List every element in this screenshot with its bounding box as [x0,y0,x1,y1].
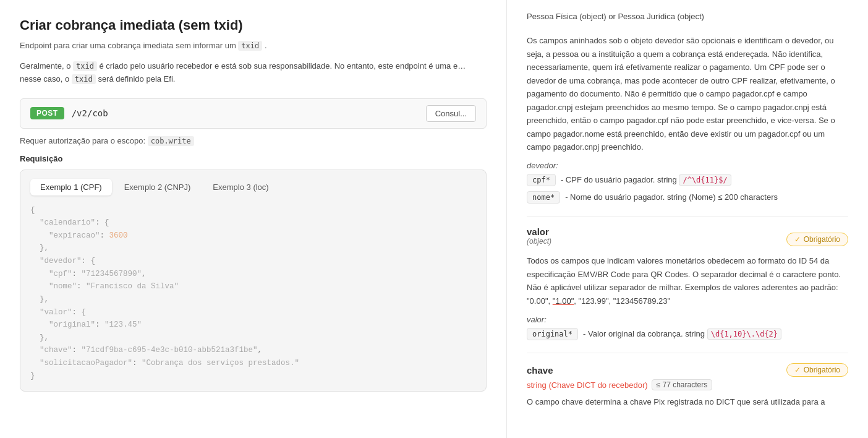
valor-required-badge: ✓ Obrigatório [786,233,848,246]
chave-section: chave ✓ Obrigatório string (Chave DICT d… [527,363,848,408]
chave-title: chave [527,365,553,376]
chave-check-icon: ✓ [794,366,801,374]
devedor-path: devedor: [527,161,848,170]
scope-code: cob.write [148,136,194,146]
chave-header: chave ✓ Obrigatório [527,363,848,377]
check-icon: ✓ [794,235,801,244]
endpoint-bar: POST /v2/cob Consul... [20,98,487,129]
tab-exemplo1[interactable]: Exemplo 1 (CPF) [30,179,112,195]
valor-group: valor (object) ✓ Obrigatório Todos os ca… [527,226,848,340]
scope-row: Requer autorização para o escopo: cob.wr… [20,136,487,145]
cpf-tag: cpf* [527,174,556,186]
tab-exemplo3[interactable]: Exemplo 3 (loc) [203,179,278,195]
code-block: { "calendario": { "expiracao": 3600 }, "… [30,204,476,383]
valor-title: valor [527,226,551,237]
chave-link[interactable]: string (Chave DICT do recebedor) [527,380,648,390]
original-row: original* - Valor original da cobrança. … [527,328,848,340]
consult-button[interactable]: Consul... [426,105,476,122]
tab-exemplo2[interactable]: Exemplo 2 (CNPJ) [114,179,201,195]
rp-intro-type: Pessoa Física (object) or Pessoa Jurídic… [527,7,848,23]
txid-code-desc1: txid [73,61,97,71]
valor-title-block: valor (object) [527,226,551,252]
original-tag: original* [527,328,578,340]
nome-tag: nome* [527,191,560,204]
valor-desc: Todos os campos que indicam valores mone… [527,254,848,307]
valor-subtitle: (object) [527,237,551,246]
description: Geralmente, o txid é criado pelo usuário… [20,60,487,86]
chave-desc: O campo chave determina a chave Pix regi… [527,395,848,408]
page-title: Criar cobrança imediata (sem txid) [20,17,487,33]
rp-intro-desc: Os campos aninhados sob o objeto devedor… [527,34,848,153]
endpoint-path: /v2/cob [72,108,108,118]
chave-required-badge: ✓ Obrigatório [786,363,848,377]
cpf-pattern: /^\d{11}$/ [679,174,731,186]
requisicao-label: Requisição [20,154,487,163]
chave-77-badge: ≤ 77 characters [652,379,713,390]
left-panel: Criar cobrança imediata (sem txid) Endpo… [0,0,507,438]
valor-path: valor: [527,315,848,324]
chave-link-row: string (Chave DICT do recebedor) ≤ 77 ch… [527,379,848,390]
subtitle: Endpoint para criar uma cobrança imediat… [20,41,487,50]
nome-row: nome* - Nome do usuário pagador. string … [527,191,848,204]
txid-code-desc2: txid [72,74,96,84]
method-badge: POST [30,107,64,119]
txid-code-subtitle: txid [238,41,262,51]
cpf-desc: - CPF do usuário pagador. string /^\d{11… [561,174,731,186]
divider2 [527,353,848,353]
tabs: Exemplo 1 (CPF) Exemplo 2 (CNPJ) Exemplo… [30,179,476,195]
tabs-container: Exemplo 1 (CPF) Exemplo 2 (CNPJ) Exemplo… [20,170,487,392]
nome-desc: - Nome do usuário pagador. string (Nome)… [565,191,778,204]
valor-header: valor (object) ✓ Obrigatório [527,226,848,252]
cpf-row: cpf* - CPF do usuário pagador. string /^… [527,174,848,186]
original-desc: - Valor original da cobrança. string \d{… [583,328,781,340]
devedor-group: devedor: cpf* - CPF do usuário pagador. … [527,161,848,204]
original-pattern: \d{1,10}\.\d{2} [707,328,781,340]
right-panel: Pessoa Física (object) or Pessoa Jurídic… [507,0,868,438]
divider1 [527,216,848,217]
